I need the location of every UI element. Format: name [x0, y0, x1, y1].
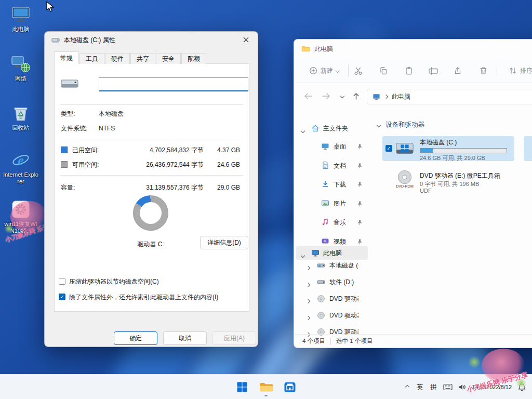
home-icon [311, 124, 320, 132]
hidden-icons-chevron[interactable] [401, 377, 414, 397]
tab-quota[interactable]: 配额 [181, 53, 206, 64]
drive-item-partial[interactable] [524, 168, 532, 195]
sidebar-item-label: 主文件夹 [323, 124, 358, 133]
drive-item-local-disk-c[interactable]: ✓ 本地磁盘 (C:) 24.6 GB 可用, 共 29.0 GB [382, 136, 514, 161]
pin-icon [357, 238, 363, 245]
address-bar[interactable]: 此电脑 [367, 89, 532, 104]
drive-item-partial[interactable] [524, 136, 532, 161]
ime-indicator[interactable]: 拼 [427, 377, 441, 397]
status-bar: 4 个项目 选中 1 个项目 [294, 334, 532, 348]
sort-button[interactable]: 排序 [501, 62, 532, 79]
taskbar-clock[interactable]: 14:55 2022/8/12 [469, 377, 515, 397]
sidebar-item-dvd-f[interactable]: DVD 驱动器 (F [296, 309, 368, 322]
type-value: 本地磁盘 [99, 110, 124, 118]
sidebar-item-label: DVD 驱动器 (F [329, 311, 358, 320]
delete-button[interactable] [474, 62, 493, 79]
sidebar-item-dvd-e[interactable]: DVD 驱动器 (E [296, 292, 368, 305]
sidebar-item-desktop[interactable]: 桌面 [296, 140, 368, 153]
back-button[interactable] [302, 91, 314, 101]
sidebar-item-pictures[interactable]: 图片 [296, 197, 368, 210]
forward-button[interactable] [320, 91, 331, 101]
gear-icon [10, 199, 31, 220]
document-icon [321, 161, 329, 169]
divider [60, 139, 244, 139]
touch-keyboard-icon[interactable] [441, 377, 455, 397]
taskbar-file-explorer-button[interactable] [256, 377, 276, 397]
tab-hardware[interactable]: 硬件 [105, 53, 130, 64]
this-pc-icon [373, 93, 380, 101]
sidebar-item-downloads[interactable]: 下载 [296, 178, 368, 191]
download-icon [321, 180, 329, 188]
drive-item-dvd-e[interactable]: DVD-ROM DVD 驱动器 (E:) 微PE工具箱 0 字节 可用, 共 1… [382, 168, 514, 195]
new-button[interactable]: 新建 [302, 62, 346, 79]
start-button[interactable] [232, 377, 252, 397]
volume-icon [61, 76, 78, 92]
chevron-right-icon [307, 264, 310, 271]
sidebar-item-music[interactable]: 音乐 [296, 216, 368, 229]
desktop-icon-this-pc[interactable]: 此电脑 [3, 4, 38, 33]
paste-button[interactable] [400, 62, 418, 79]
drive-icon [51, 36, 60, 44]
language-indicator[interactable]: 英 [414, 377, 427, 397]
sidebar-item-label: 本地磁盘 (C:) [329, 261, 358, 270]
tab-security[interactable]: 安全 [156, 53, 181, 64]
divider [60, 104, 244, 105]
desktop-icon-internet-explorer[interactable]: e Internet Explorer [3, 150, 38, 185]
sidebar-item-drive-d[interactable]: 软件 (D:) [296, 275, 368, 289]
sidebar-item-this-pc[interactable]: 此电脑 [296, 246, 368, 260]
index-checkbox-label: 除了文件属性外，还允许索引此驱动器上文件的内容(I) [69, 293, 218, 302]
volume-icon[interactable] [455, 377, 469, 397]
ok-button[interactable]: 确定 [114, 331, 157, 345]
rename-button[interactable] [424, 62, 443, 79]
volume-label-input[interactable] [99, 77, 248, 91]
recent-locations-button[interactable] [337, 91, 348, 101]
sidebar-item-home[interactable]: 主文件夹 [296, 122, 368, 135]
sidebar-item-local-disk-c[interactable]: 本地磁盘 (C:) [296, 259, 368, 272]
desktop-icon-label: win11恢复WIN10经... [3, 221, 38, 234]
used-space-bytes: 4,702,584,832 字节 [115, 146, 204, 154]
group-header-label: 设备和驱动器 [385, 121, 424, 129]
dialog-titlebar: 本地磁盘 (C:) 属性 [45, 32, 258, 48]
desktop: 此电脑 网络 回收站 e Internet Explorer win11恢复WI… [0, 0, 532, 399]
cut-button[interactable] [349, 62, 367, 79]
group-header-devices-and-drives[interactable]: 设备和驱动器 [377, 121, 424, 129]
system-tray: 英 拼 14:55 2022/8/12 [401, 375, 530, 399]
cancel-button[interactable]: 取消 [163, 331, 207, 345]
tab-general[interactable]: 常规 [54, 51, 79, 64]
desktop-icon-label: 此电脑 [3, 26, 38, 33]
sidebar-item-documents[interactable]: 文档 [296, 159, 368, 172]
chevron-right-icon [384, 95, 388, 99]
tab-sharing[interactable]: 共享 [130, 53, 155, 64]
compress-checkbox[interactable] [59, 278, 65, 285]
up-button[interactable] [350, 91, 362, 101]
free-space-label: 可用空间: [72, 161, 99, 169]
desktop-icon-recycle-bin[interactable]: 回收站 [3, 103, 38, 131]
desktop-icon-win11-restore[interactable]: win11恢复WIN10经... [3, 199, 38, 234]
used-space-size: 4.37 GB [198, 146, 240, 154]
item-checkbox[interactable]: ✓ [385, 145, 392, 152]
pictures-icon [321, 199, 329, 207]
dvd-icon [317, 295, 325, 303]
notification-bell-icon[interactable] [515, 377, 530, 397]
desktop-icon-label: Internet Explorer [3, 171, 38, 185]
videos-icon [321, 237, 329, 245]
breadcrumb-this-pc[interactable]: 此电脑 [392, 92, 410, 101]
this-pc-icon [311, 249, 320, 257]
free-space-swatch [61, 161, 68, 168]
explorer-titlebar: 此电脑 [294, 39, 532, 58]
drive-caption: 驱动器 C: [117, 240, 184, 248]
desktop-icon-label: 回收站 [3, 125, 38, 131]
windows-drive-icon [395, 139, 415, 158]
sidebar-item-label: 音乐 [334, 218, 358, 227]
index-checkbox[interactable]: ✓ [59, 294, 65, 300]
tab-tools[interactable]: 工具 [79, 53, 104, 64]
dialog-title: 本地磁盘 (C:) 属性 [64, 36, 115, 45]
desktop-icon-network[interactable]: 网络 [3, 54, 38, 82]
taskbar-store-button[interactable] [280, 377, 300, 397]
share-button[interactable] [448, 62, 467, 79]
close-button[interactable] [234, 32, 258, 48]
disk-properties-dialog: 本地磁盘 (C:) 属性 常规 工具 硬件 共享 安全 配额 类型: 本地磁盘 … [44, 31, 258, 347]
copy-button[interactable] [374, 62, 393, 79]
sort-button-label: 排序 [520, 66, 532, 75]
details-button[interactable]: 详细信息(D) [200, 236, 248, 249]
